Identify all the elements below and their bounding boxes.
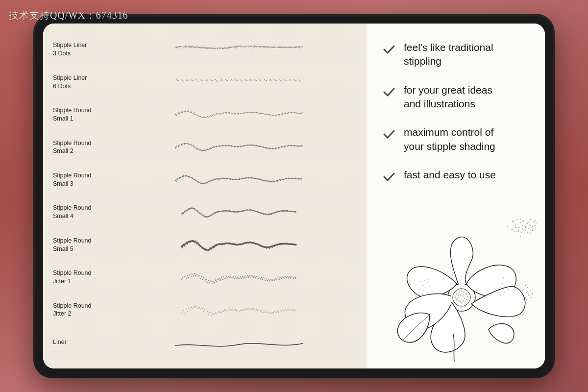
svg-point-239 (199, 116, 200, 117)
svg-point-271 (294, 112, 294, 113)
svg-point-627 (192, 207, 193, 208)
svg-point-1024 (422, 294, 423, 294)
svg-point-788 (271, 247, 273, 248)
svg-point-532 (292, 178, 293, 179)
svg-point-803 (194, 241, 195, 243)
svg-point-89 (212, 80, 213, 81)
svg-point-1089 (535, 227, 536, 228)
svg-point-228 (298, 113, 299, 114)
svg-point-152 (187, 110, 188, 111)
svg-point-999 (527, 232, 529, 233)
tablet-screen: Stipple Liner3 Dots Stipple Liner6 Dots … (43, 24, 545, 368)
svg-point-529 (283, 179, 284, 180)
svg-point-652 (258, 212, 259, 213)
svg-point-132 (284, 79, 285, 80)
svg-point-64 (297, 46, 297, 47)
svg-point-913 (186, 308, 187, 309)
svg-point-904 (289, 276, 290, 277)
svg-point-174 (219, 113, 220, 114)
checkmark-icon-2 (381, 84, 397, 100)
svg-point-250 (232, 113, 233, 114)
svg-point-664 (289, 211, 290, 212)
svg-point-326 (250, 145, 251, 146)
svg-point-8 (205, 47, 206, 48)
svg-point-133 (285, 80, 286, 81)
svg-point-169 (212, 114, 213, 115)
svg-point-210 (272, 115, 273, 116)
svg-point-93 (220, 80, 221, 81)
svg-point-995 (294, 310, 295, 312)
svg-point-771 (226, 243, 228, 245)
svg-point-938 (219, 311, 220, 312)
svg-point-98 (227, 80, 228, 81)
svg-point-26 (275, 47, 276, 48)
svg-point-5 (194, 47, 194, 48)
brush-label-8: Stipple RoundJitter 1 (53, 261, 114, 294)
svg-point-924 (200, 309, 201, 310)
svg-point-887 (269, 280, 270, 282)
svg-point-76 (192, 80, 193, 81)
svg-point-389 (255, 146, 256, 147)
svg-point-65 (301, 47, 301, 48)
svg-point-338 (268, 147, 269, 148)
svg-point-260 (261, 113, 262, 114)
svg-point-1005 (535, 225, 536, 226)
svg-point-515 (242, 178, 243, 179)
svg-point-987 (284, 310, 285, 312)
svg-point-495 (183, 176, 184, 177)
svg-point-117 (259, 79, 260, 80)
feature-text-1: feel's like traditionalstippling (404, 41, 493, 69)
feature-item-4: fast and easy to use (381, 168, 530, 185)
brush-label-6: Stipple RoundSmall 4 (53, 196, 114, 228)
svg-point-980 (274, 311, 275, 312)
svg-point-356 (294, 145, 295, 146)
svg-point-138 (294, 79, 294, 80)
svg-point-764 (208, 250, 210, 252)
svg-point-648 (247, 209, 248, 210)
svg-point-649 (249, 209, 250, 210)
svg-point-782 (256, 243, 257, 245)
svg-point-373 (208, 149, 209, 150)
svg-point-32 (299, 48, 300, 49)
svg-point-950 (235, 309, 236, 310)
svg-point-1003 (515, 227, 516, 228)
svg-point-366 (187, 143, 188, 144)
svg-point-808 (207, 249, 208, 251)
svg-point-1034 (504, 292, 505, 293)
svg-point-1055 (457, 298, 458, 299)
svg-point-368 (193, 145, 194, 146)
svg-point-496 (186, 175, 187, 176)
svg-point-903 (288, 277, 290, 278)
svg-point-958 (245, 308, 246, 309)
svg-point-111 (249, 80, 250, 81)
svg-point-134 (286, 80, 287, 81)
svg-point-54 (258, 48, 258, 48)
svg-point-1033 (508, 289, 509, 290)
svg-point-378 (222, 146, 223, 147)
svg-point-528 (280, 180, 281, 181)
svg-point-59 (277, 47, 278, 48)
svg-point-36 (188, 48, 189, 48)
svg-point-390 (258, 146, 259, 147)
svg-point-84 (205, 80, 206, 81)
svg-point-647 (245, 210, 245, 211)
watermark: 技术支持QQ/WX：674316 (9, 9, 128, 22)
svg-point-100 (231, 79, 232, 80)
svg-point-336 (265, 147, 266, 148)
brush-label-5: Stipple RoundSmall 3 (53, 164, 114, 196)
svg-point-146 (178, 112, 179, 114)
svg-point-95 (222, 80, 223, 81)
svg-point-249 (229, 113, 230, 114)
svg-point-968 (259, 309, 260, 310)
svg-point-890 (272, 278, 273, 279)
svg-point-639 (223, 211, 224, 212)
svg-point-1057 (527, 287, 528, 288)
svg-point-919 (194, 306, 195, 307)
svg-point-501 (200, 183, 201, 184)
svg-point-759 (195, 241, 196, 242)
svg-point-640 (226, 211, 227, 212)
svg-point-935 (215, 312, 216, 314)
svg-point-342 (273, 148, 274, 149)
svg-point-642 (231, 211, 232, 212)
svg-point-848 (223, 276, 224, 277)
